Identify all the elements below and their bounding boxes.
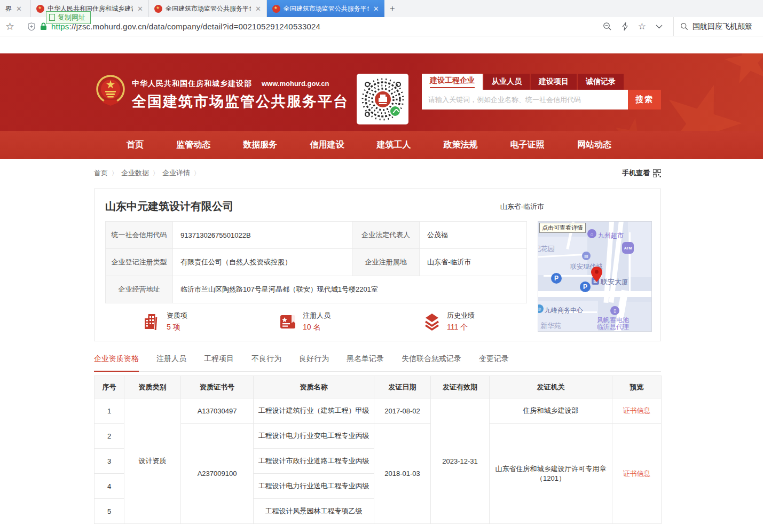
site-brand: 中华人民共和国住房和城乡建设部www.mohurd.gov.cn 全国建筑市场监… xyxy=(96,75,349,111)
breadcrumb-home[interactable]: 首页 xyxy=(94,168,108,178)
atm-icon: ATM xyxy=(622,242,634,254)
address-bar[interactable]: https://jzsc.mohurd.gov.cn/data/company/… xyxy=(22,19,603,34)
browser-tab-active[interactable]: 全国建筑市场监管公共服务平台 ✕ xyxy=(267,0,384,17)
tab-close-icon[interactable]: ✕ xyxy=(255,5,261,13)
tab-dishonesty-records[interactable]: 失信联合惩戒记录 xyxy=(402,354,461,371)
certificate-info-link[interactable]: 证书信息 xyxy=(623,406,651,414)
row-no: 4 xyxy=(95,474,124,499)
zoom-out-icon[interactable] xyxy=(603,22,612,31)
tab-bad-behavior[interactable]: 不良行为 xyxy=(251,354,281,371)
stat-value: 10 名 xyxy=(303,323,331,332)
building-pin-icon: ▤ xyxy=(582,252,591,260)
tab-label: 界 xyxy=(5,4,12,13)
browser-tabstrip: 界 ✕ 中华人民共和国住房和城乡建设 ✕ 全国建筑市场监管公共服务平台 ✕ 全国… xyxy=(0,0,763,17)
flash-icon[interactable] xyxy=(622,22,628,31)
nav-item-data-service[interactable]: 数据服务 xyxy=(243,139,277,151)
search-tab-credit[interactable]: 诚信记录 xyxy=(578,74,624,90)
bookmark-star-icon[interactable]: ☆ xyxy=(5,20,14,33)
field-label: 企业登记注册类型 xyxy=(106,249,173,276)
mobile-view-link[interactable]: 手机查看 xyxy=(622,168,661,178)
qr-icon xyxy=(653,169,661,177)
emblem-favicon-icon xyxy=(154,5,162,13)
issuing-authority: 山东省住房和城乡建设厅许可专用章（1201） xyxy=(490,424,612,524)
shield-icon[interactable] xyxy=(27,22,36,31)
nav-item-home[interactable]: 首页 xyxy=(127,139,144,151)
stat-historical-performance[interactable]: 历史业绩 111 个 xyxy=(422,311,475,332)
emblem-favicon-icon xyxy=(272,5,280,13)
breadcrumb: 首页〉 企业数据〉 企业详情〉 xyxy=(94,168,200,178)
qualification-name: 工程设计风景园林工程专项乙级 xyxy=(254,499,374,524)
map-label-garden: 纪花园 xyxy=(538,244,555,254)
stat-label: 历史业绩 xyxy=(447,311,475,320)
company-name: 山东中元建筑设计有限公司 xyxy=(105,199,233,214)
site-header: 中华人民共和国住房和城乡建设部www.mohurd.gov.cn 全国建筑市场监… xyxy=(0,53,763,131)
qualification-table: 序号 资质类别 资质证书号 资质名称 发证日期 发证有效期 发证机关 预览 1 … xyxy=(94,375,662,524)
nav-item-supervision[interactable]: 监管动态 xyxy=(176,139,210,151)
browser-tab-2[interactable]: 全国建筑市场监管公共服务平台 ✕ xyxy=(149,0,267,17)
tab-qualifications[interactable]: 企业资质资格 xyxy=(94,354,139,372)
reg-type-value: 有限责任公司（自然人投资或控股） xyxy=(173,249,352,276)
company-location-marker[interactable] xyxy=(591,267,602,282)
tab-close-icon[interactable]: ✕ xyxy=(137,5,143,13)
search-tab-project[interactable]: 建设项目 xyxy=(531,74,577,90)
header-search: 建设工程企业 从业人员 建设项目 诚信记录 搜索 xyxy=(422,74,661,109)
emblem-favicon-icon xyxy=(36,5,44,13)
qualification-name: 工程设计市政行业道路工程专业丙级 xyxy=(254,449,374,474)
detail-tabs: 企业资质资格 注册人员 工程项目 不良行为 良好行为 黑名单记录 失信联合惩戒记… xyxy=(94,354,661,372)
issuing-authority: 住房和城乡建设部 xyxy=(490,398,612,424)
field-label: 企业法定代表人 xyxy=(352,222,420,249)
credit-code-value: 91371302675501022B xyxy=(173,222,352,249)
tab-registered-personnel[interactable]: 注册人员 xyxy=(156,354,186,371)
row-no: 5 xyxy=(95,499,124,524)
nav-item-certificates[interactable]: 电子证照 xyxy=(510,139,545,151)
platform-title: 全国建筑市场监管公共服务平台 xyxy=(132,92,349,111)
flag-star-decoration xyxy=(720,53,763,90)
issue-date: 2017-08-02 xyxy=(374,398,431,424)
field-label: 统一社会信用代码 xyxy=(106,222,173,249)
table-header-row: 序号 资质类别 资质证书号 资质名称 发证日期 发证有效期 发证机关 预览 xyxy=(95,376,662,398)
tab-projects[interactable]: 工程项目 xyxy=(204,354,234,371)
map-label-business-center: 九峰商务中心 xyxy=(545,306,583,315)
nav-item-workers[interactable]: 建筑工人 xyxy=(377,139,411,151)
page-top-gap xyxy=(0,36,763,53)
nav-item-policy[interactable]: 政策法规 xyxy=(444,139,478,151)
tab-blacklist[interactable]: 黑名单记录 xyxy=(347,354,384,371)
legal-rep-value: 公茂福 xyxy=(420,222,527,249)
tab-change-records[interactable]: 变更记录 xyxy=(479,354,509,371)
tab-good-behavior[interactable]: 良好行为 xyxy=(299,354,329,371)
nav-item-site-news[interactable]: 网站动态 xyxy=(577,139,611,151)
tab-close-icon[interactable]: ✕ xyxy=(373,5,379,13)
certificate-card-icon xyxy=(278,312,297,331)
stat-value: 5 项 xyxy=(167,323,187,332)
qualification-name: 工程设计建筑行业（建筑工程）甲级 xyxy=(254,398,374,424)
issue-date: 2018-01-03 xyxy=(374,424,431,524)
main-navigation: 首页 监管动态 数据服务 信用建设 建筑工人 政策法规 电子证照 网站动态 xyxy=(0,131,763,159)
building-icon xyxy=(142,312,161,331)
nav-item-credit[interactable]: 信用建设 xyxy=(310,139,344,151)
tab-close-icon[interactable]: ✕ xyxy=(16,5,22,13)
search-tab-personnel[interactable]: 从业人员 xyxy=(484,74,530,90)
hot-search-text: 国航回应飞机颠簸 xyxy=(693,22,752,32)
field-label: 企业注册属地 xyxy=(352,249,420,276)
search-tab-enterprise[interactable]: 建设工程企业 xyxy=(422,74,483,90)
map-tooltip: 点击可查看详情 xyxy=(539,223,586,233)
browser-tab-0[interactable]: 界 ✕ xyxy=(0,0,31,17)
breadcrumb-detail[interactable]: 企业详情 xyxy=(162,168,190,178)
tab-label: 全国建筑市场监管公共服务平台 xyxy=(284,4,369,13)
new-tab-button[interactable]: ＋ xyxy=(384,0,400,17)
hot-search-box[interactable]: 国航回应飞机颠簸 xyxy=(673,17,763,36)
company-summary-card: 山东中元建筑设计有限公司 山东省-临沂市 统一社会信用代码 9137130267… xyxy=(94,189,661,341)
favorite-star-icon[interactable]: ☆ xyxy=(638,21,646,32)
keyword-search-input[interactable] xyxy=(422,90,628,109)
search-category-tabs: 建设工程企业 从业人员 建设项目 诚信记录 xyxy=(422,74,661,90)
search-button[interactable]: 搜索 xyxy=(628,90,661,109)
certificate-info-link[interactable]: 证书信息 xyxy=(623,470,651,478)
map-label-supermarket: 九州超市 xyxy=(598,231,624,240)
table-row: 1 设计资质 A137030497 工程设计建筑行业（建筑工程）甲级 2017-… xyxy=(95,398,662,424)
chevron-down-icon[interactable] xyxy=(656,25,663,29)
stat-qualifications[interactable]: 资质项 5 项 xyxy=(142,311,187,332)
breadcrumb-enterprise-data[interactable]: 企业数据 xyxy=(121,168,149,178)
stat-registered-personnel[interactable]: 注册人员 10 名 xyxy=(278,311,331,332)
location-map[interactable]: 点击可查看详情 ⌂ 九州超市 ATM 纪花园 ▤ 联安现代城 ▥ 联安大厦 P … xyxy=(538,221,652,332)
ministry-url: www.mohurd.gov.cn xyxy=(262,80,329,88)
